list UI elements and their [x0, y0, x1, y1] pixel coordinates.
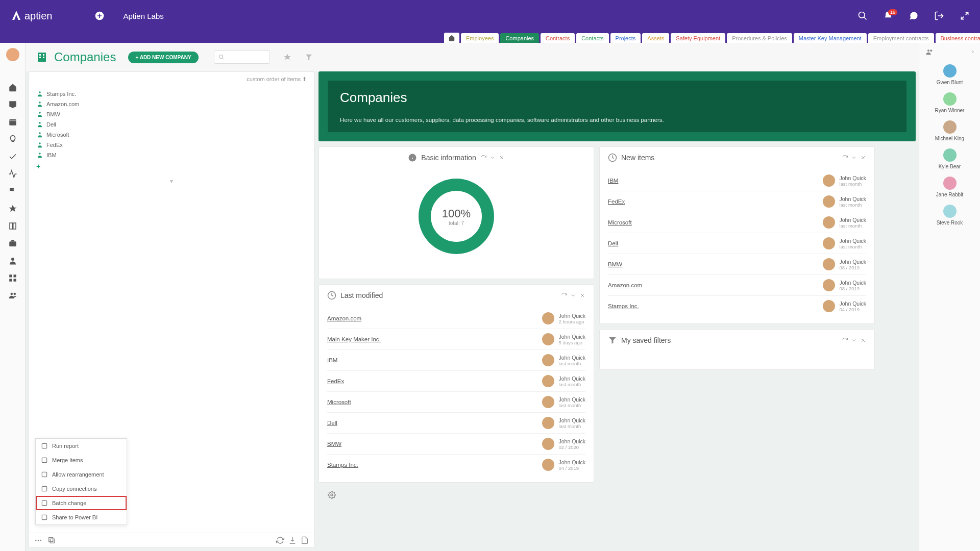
- context-menu-item[interactable]: Batch change: [36, 496, 127, 510]
- person-item[interactable]: Gwen Blunt: [935, 64, 965, 85]
- widget-refresh-icon[interactable]: [842, 337, 848, 343]
- document-icon[interactable]: [301, 536, 309, 544]
- item-link[interactable]: FedEx: [608, 198, 625, 205]
- widget-refresh-icon[interactable]: [561, 292, 567, 298]
- tree-item[interactable]: FedEx: [36, 140, 307, 150]
- tree-expand-icon[interactable]: ▾: [29, 174, 314, 188]
- item-link[interactable]: FedEx: [327, 378, 344, 384]
- activity-icon[interactable]: [8, 169, 17, 179]
- item-link[interactable]: Amazon.com: [608, 282, 642, 288]
- chevron-right-icon[interactable]: ›: [972, 48, 974, 56]
- context-menu-item[interactable]: Allow rearrangement: [36, 467, 127, 482]
- company-icon: [36, 121, 43, 128]
- svg-point-16: [219, 55, 223, 59]
- team-icon[interactable]: [8, 291, 17, 300]
- dashboard-settings-icon[interactable]: [318, 488, 594, 502]
- tree-item[interactable]: BMW: [36, 109, 307, 119]
- tree-item[interactable]: Dell: [36, 119, 307, 130]
- close-icon[interactable]: [499, 155, 505, 161]
- item-link[interactable]: BMW: [608, 261, 622, 267]
- tab-contacts[interactable]: Contacts: [576, 33, 608, 43]
- item-link[interactable]: IBM: [608, 178, 618, 184]
- star-icon[interactable]: [8, 204, 17, 213]
- tab-employment-contracts[interactable]: Employment contracts: [868, 33, 934, 43]
- clock-icon: [327, 291, 336, 300]
- svg-point-18: [39, 102, 41, 104]
- favorite-icon[interactable]: [283, 53, 291, 61]
- context-menu-item[interactable]: Merge items: [36, 453, 127, 467]
- tab-procedures[interactable]: Procedures & Policies: [727, 33, 792, 43]
- person-item[interactable]: Steve Rook: [935, 205, 965, 226]
- refresh-icon[interactable]: [276, 536, 284, 544]
- search-icon[interactable]: [857, 11, 868, 21]
- current-user-avatar[interactable]: [6, 48, 19, 61]
- inbox-icon[interactable]: [8, 100, 17, 109]
- people-icon[interactable]: [925, 48, 934, 56]
- chevron-down-icon[interactable]: [851, 155, 857, 161]
- tree-item[interactable]: Amazon.com: [36, 99, 307, 109]
- person-avatar: [943, 177, 957, 190]
- chevron-down-icon[interactable]: [570, 292, 576, 298]
- tree-item[interactable]: IBM: [36, 150, 307, 160]
- flag-icon[interactable]: [8, 187, 17, 196]
- tasks-icon[interactable]: [8, 152, 17, 161]
- tab-assets[interactable]: Assets: [642, 33, 669, 43]
- copy-icon[interactable]: [47, 536, 56, 544]
- person-icon[interactable]: [8, 256, 17, 265]
- item-link[interactable]: Dell: [608, 240, 618, 246]
- close-icon[interactable]: [860, 337, 866, 343]
- tree-add-button[interactable]: +: [36, 160, 307, 172]
- tree-order-label[interactable]: custom order of items ⬆: [29, 72, 314, 87]
- widget-refresh-icon[interactable]: [842, 155, 848, 161]
- logo[interactable]: aptien: [10, 10, 53, 22]
- briefcase-icon[interactable]: [8, 239, 17, 248]
- item-link[interactable]: Microsoft: [327, 399, 351, 405]
- close-icon[interactable]: [860, 155, 866, 161]
- book-icon[interactable]: [8, 221, 17, 231]
- person-item[interactable]: Jane Rabbit: [935, 177, 965, 197]
- tab-safety-equipment[interactable]: Safety Equipment: [671, 33, 725, 43]
- chat-icon[interactable]: [909, 11, 919, 21]
- tree-item[interactable]: Microsoft: [36, 130, 307, 140]
- person-item[interactable]: Ryan Winner: [935, 92, 965, 113]
- more-icon[interactable]: [34, 536, 42, 544]
- chevron-down-icon[interactable]: [851, 337, 857, 343]
- widget-refresh-icon[interactable]: [480, 155, 486, 161]
- context-menu-item[interactable]: Run report: [36, 439, 127, 453]
- tab-master-key[interactable]: Master Key Management: [794, 33, 867, 43]
- item-link[interactable]: Main Key Maker Inc.: [327, 336, 381, 342]
- item-link[interactable]: IBM: [327, 357, 337, 363]
- tab-home[interactable]: [444, 33, 459, 43]
- calendar-icon[interactable]: [8, 117, 17, 127]
- tab-projects[interactable]: Projects: [610, 33, 641, 43]
- widget-title: Last modified: [340, 291, 557, 299]
- filter-icon[interactable]: [305, 53, 313, 61]
- person-item[interactable]: Michael King: [935, 120, 965, 141]
- tree-item[interactable]: Stamps Inc.: [36, 89, 307, 99]
- context-menu-item[interactable]: Share to Power BI: [36, 510, 127, 524]
- item-link[interactable]: Microsoft: [608, 219, 632, 226]
- add-new-company-button[interactable]: + ADD NEW COMPANY: [128, 52, 198, 63]
- download-icon[interactable]: [288, 536, 297, 544]
- tab-companies[interactable]: Companies: [500, 33, 539, 43]
- tab-contracts[interactable]: Contracts: [541, 33, 575, 43]
- person-item[interactable]: Kyle Bear: [935, 148, 965, 169]
- home-icon[interactable]: [8, 83, 17, 92]
- item-link[interactable]: BMW: [327, 441, 341, 447]
- close-icon[interactable]: [579, 292, 585, 298]
- item-link[interactable]: Stamps Inc.: [608, 303, 639, 309]
- logout-icon[interactable]: [934, 11, 944, 21]
- search-input[interactable]: [214, 51, 270, 64]
- tab-employees[interactable]: Employees: [461, 33, 499, 43]
- tab-business-contracts[interactable]: Business contracts: [936, 33, 981, 43]
- idea-icon[interactable]: [8, 135, 17, 144]
- item-link[interactable]: Amazon.com: [327, 315, 361, 321]
- chevron-down-icon[interactable]: [489, 155, 496, 161]
- global-add-button[interactable]: [93, 10, 106, 22]
- fullscreen-icon[interactable]: [960, 11, 970, 21]
- item-link[interactable]: Dell: [327, 420, 337, 426]
- notifications-icon[interactable]: 16: [883, 11, 893, 21]
- context-menu-item[interactable]: Copy connections: [36, 482, 127, 496]
- item-link[interactable]: Stamps Inc.: [327, 462, 358, 468]
- apps-icon[interactable]: [8, 273, 17, 283]
